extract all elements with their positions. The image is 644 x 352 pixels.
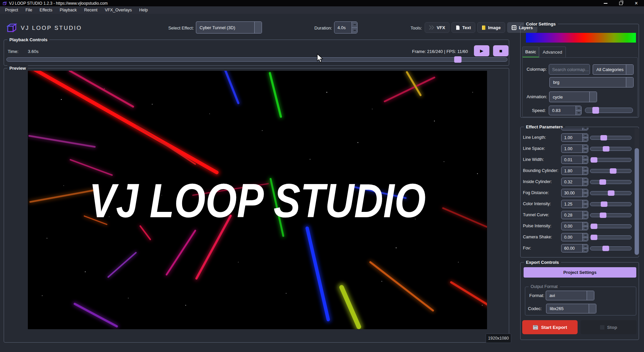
spin-up-button[interactable] xyxy=(583,200,588,204)
tab-advanced[interactable]: Advanced xyxy=(539,47,566,57)
param-stepper[interactable]: 60.00 xyxy=(561,244,588,252)
chevron-down-icon[interactable] xyxy=(589,304,596,313)
param-stepper[interactable]: 1.80 xyxy=(561,167,588,175)
param-stepper[interactable]: 1.00 xyxy=(561,144,588,153)
param-slider-handle[interactable] xyxy=(610,168,616,174)
spin-up-button[interactable] xyxy=(583,244,588,248)
spin-down-button[interactable] xyxy=(583,204,588,208)
play-button[interactable]: ▶ xyxy=(474,45,489,56)
spin-down-button[interactable] xyxy=(583,226,588,230)
close-button[interactable]: × xyxy=(629,0,644,6)
param-slider-handle[interactable] xyxy=(603,146,609,152)
param-stepper[interactable]: 0.00 xyxy=(561,222,588,230)
stop-export-button[interactable]: Stop xyxy=(581,320,637,334)
spin-up-button[interactable] xyxy=(583,145,588,149)
param-slider[interactable] xyxy=(590,147,632,151)
param-slider[interactable] xyxy=(590,213,632,217)
spin-up-button[interactable] xyxy=(583,189,588,193)
tab-basic[interactable]: Basic xyxy=(522,47,539,57)
param-stepper[interactable]: 0.28 xyxy=(561,211,588,219)
spin-down-button[interactable] xyxy=(583,138,588,141)
spin-down-button[interactable] xyxy=(583,171,588,175)
menu-item-vfx-overlays[interactable]: VFX_Overlays xyxy=(101,8,136,12)
spin-up-button[interactable] xyxy=(583,167,588,171)
start-export-button[interactable]: Start Export xyxy=(522,320,578,334)
spin-down-button[interactable] xyxy=(583,160,588,164)
speed-stepper[interactable]: 0.83 xyxy=(549,106,582,115)
animation-select[interactable]: cycle xyxy=(549,92,597,102)
param-slider-handle[interactable] xyxy=(591,157,597,163)
chevron-down-icon[interactable] xyxy=(626,77,633,87)
chevron-down-icon[interactable] xyxy=(589,92,597,102)
tool-button-text[interactable]: Text xyxy=(451,22,475,33)
param-stepper[interactable]: 0.00 xyxy=(561,233,588,241)
spin-down-button[interactable] xyxy=(576,111,581,115)
param-slider-handle[interactable] xyxy=(591,224,597,229)
param-stepper[interactable]: 30.00 xyxy=(561,189,588,197)
param-slider[interactable] xyxy=(590,136,632,140)
spin-up-button[interactable] xyxy=(583,156,588,160)
param-slider[interactable] xyxy=(590,235,632,239)
param-value: 1.80 xyxy=(561,167,582,175)
time-slider[interactable] xyxy=(6,57,507,62)
tool-button-vfx[interactable]: VFX xyxy=(425,22,449,33)
param-slider[interactable] xyxy=(590,202,632,206)
menu-item-effects[interactable]: Effects xyxy=(36,8,56,12)
menu-item-recent[interactable]: Recent xyxy=(80,8,101,12)
spin-up-button[interactable] xyxy=(583,178,588,182)
minimize-button[interactable] xyxy=(598,0,613,6)
stop-playback-button[interactable]: ■ xyxy=(493,45,508,56)
param-stepper[interactable]: 0.01 xyxy=(561,156,588,164)
format-select[interactable]: avi xyxy=(546,291,594,300)
param-slider-handle[interactable] xyxy=(600,213,606,218)
tool-button-image[interactable]: Image xyxy=(477,22,505,33)
param-slider[interactable] xyxy=(590,180,632,184)
time-slider-handle[interactable] xyxy=(454,56,462,63)
menu-item-help[interactable]: Help xyxy=(136,8,152,12)
spin-down-button[interactable] xyxy=(583,193,588,197)
colormap-search-input[interactable]: Search colormap... xyxy=(549,64,590,75)
chevron-down-icon[interactable] xyxy=(254,22,262,33)
param-slider[interactable] xyxy=(590,158,632,162)
menu-item-file[interactable]: File xyxy=(22,8,36,12)
codec-select[interactable]: libx265 xyxy=(546,304,596,313)
param-stepper[interactable]: 0.32 xyxy=(561,178,588,186)
scrollbar-thumb[interactable] xyxy=(635,148,639,255)
spin-down-button[interactable] xyxy=(583,182,588,186)
duration-stepper[interactable]: 4.0s xyxy=(334,21,358,34)
spin-up-button[interactable] xyxy=(352,22,357,28)
spin-up-button[interactable] xyxy=(583,134,588,138)
spin-down-button[interactable] xyxy=(352,28,357,34)
project-settings-button[interactable]: Project Settings xyxy=(524,267,636,278)
category-select[interactable]: All Categories xyxy=(593,64,634,75)
menu-item-project[interactable]: Project xyxy=(1,8,22,12)
speed-slider[interactable] xyxy=(585,108,633,113)
param-slider[interactable] xyxy=(590,224,632,228)
colormap-select[interactable]: brg xyxy=(549,77,634,87)
spin-down-button[interactable] xyxy=(583,215,588,219)
maximize-button[interactable] xyxy=(613,0,629,6)
speed-slider-handle[interactable] xyxy=(592,107,599,114)
param-slider-handle[interactable] xyxy=(591,235,597,240)
param-stepper[interactable]: 1.25 xyxy=(561,200,588,208)
param-slider-handle[interactable] xyxy=(599,179,606,185)
param-stepper[interactable]: 1.00 xyxy=(561,133,588,142)
chevron-down-icon[interactable] xyxy=(626,65,633,74)
param-slider[interactable] xyxy=(590,246,632,250)
spin-up-button[interactable] xyxy=(583,211,588,215)
param-slider-handle[interactable] xyxy=(600,135,607,140)
effect-select[interactable]: Cyber Tunnel (3D) xyxy=(196,21,262,34)
spin-down-button[interactable] xyxy=(583,149,588,153)
param-slider-handle[interactable] xyxy=(608,190,614,196)
param-slider-handle[interactable] xyxy=(601,201,607,207)
menu-item-playback[interactable]: Playback xyxy=(56,8,80,12)
spin-down-button[interactable] xyxy=(583,248,588,252)
chevron-down-icon[interactable] xyxy=(587,291,594,300)
spin-up-button[interactable] xyxy=(583,222,588,226)
spin-up-button[interactable] xyxy=(576,106,581,111)
spin-up-button[interactable] xyxy=(583,233,588,237)
param-slider[interactable] xyxy=(590,191,632,195)
spin-down-button[interactable] xyxy=(583,237,588,241)
param-slider[interactable] xyxy=(590,169,632,173)
param-slider-handle[interactable] xyxy=(602,246,609,251)
